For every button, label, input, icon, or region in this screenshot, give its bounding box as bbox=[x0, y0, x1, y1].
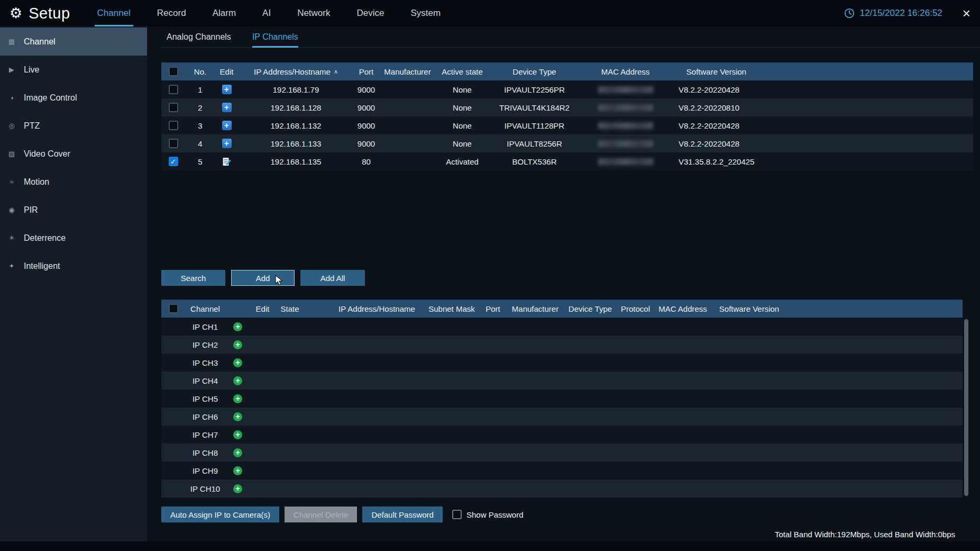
col-edit: Edit bbox=[250, 300, 275, 318]
mac-address-redacted bbox=[598, 140, 653, 147]
add-device-icon[interactable]: + bbox=[222, 139, 232, 148]
row-active-state: None bbox=[436, 134, 488, 152]
sidebar-item-label: Channel bbox=[24, 37, 56, 47]
footer-actions: Auto Assign IP to Camera(s) Channel Dele… bbox=[161, 507, 980, 522]
add-all-button[interactable]: Add All bbox=[300, 270, 365, 286]
sidebar-item-live[interactable]: ▶ Live bbox=[0, 56, 147, 84]
row-checkbox[interactable] bbox=[169, 85, 178, 94]
row-device-type: IPVAULT1128PR bbox=[488, 116, 581, 134]
row-checkbox-checked[interactable]: ✓ bbox=[169, 157, 178, 166]
add-camera-icon[interactable]: + bbox=[233, 322, 242, 331]
clock-area: 12/15/2022 16:26:52 × bbox=[844, 6, 970, 20]
row-ip: 192.168.1.132 bbox=[238, 116, 354, 134]
tab-analog-channels[interactable]: Analog Channels bbox=[167, 26, 231, 47]
row-ip: 192.168.1.128 bbox=[238, 98, 354, 116]
nav-item-network[interactable]: Network bbox=[295, 0, 333, 26]
top-bar: ⚙ Setup Channel Record Alarm AI Network … bbox=[0, 0, 980, 26]
row-manufacturer bbox=[379, 80, 436, 98]
nav-item-record[interactable]: Record bbox=[154, 0, 189, 26]
sidebar-item-channel[interactable]: ▦ Channel bbox=[0, 28, 147, 56]
motion-icon: ≈ bbox=[6, 178, 17, 186]
row-software-version: V8.2.2-20220428 bbox=[670, 116, 763, 134]
col-mac: MAC Address bbox=[653, 300, 712, 318]
channel-label: IP CH2 bbox=[185, 336, 225, 354]
tab-ip-channels[interactable]: IP Channels bbox=[252, 26, 298, 47]
sidebar-item-motion[interactable]: ≈ Motion bbox=[0, 168, 147, 196]
row-checkbox[interactable] bbox=[169, 121, 178, 130]
nav-item-ai[interactable]: AI bbox=[260, 0, 273, 26]
sidebar-item-intelligent[interactable]: ✦ Intelligent bbox=[0, 252, 147, 280]
row-manufacturer bbox=[379, 116, 436, 134]
channel-delete-button[interactable]: Channel Delete bbox=[285, 507, 357, 522]
row-checkbox[interactable] bbox=[169, 139, 178, 148]
scrollbar-track[interactable] bbox=[964, 318, 968, 498]
add-camera-icon[interactable]: + bbox=[233, 484, 242, 493]
datetime-text: 12/15/2022 16:26:52 bbox=[860, 8, 942, 19]
row-checkbox[interactable] bbox=[169, 103, 178, 112]
channel-row-1: IP CH1 + bbox=[161, 318, 963, 336]
nav-item-alarm[interactable]: Alarm bbox=[210, 0, 239, 26]
add-camera-icon[interactable]: + bbox=[233, 430, 242, 439]
default-password-button[interactable]: Default Password bbox=[362, 507, 443, 522]
add-camera-icon[interactable]: + bbox=[233, 394, 242, 403]
row-software-version: V8.2.2-20220428 bbox=[670, 80, 763, 98]
deterrence-icon: ☀ bbox=[6, 234, 17, 242]
channel-label: IP CH9 bbox=[185, 462, 225, 480]
show-password-checkbox[interactable] bbox=[452, 510, 462, 519]
add-camera-icon[interactable]: + bbox=[233, 448, 242, 457]
nav-item-channel[interactable]: Channel bbox=[95, 0, 133, 26]
add-camera-icon[interactable]: + bbox=[233, 340, 242, 349]
auto-assign-ip-button[interactable]: Auto Assign IP to Camera(s) bbox=[161, 507, 279, 522]
row-port: 9000 bbox=[354, 80, 379, 98]
channel-row-3: IP CH3 + bbox=[161, 354, 963, 372]
row-software-version: V8.2.2-20220428 bbox=[670, 134, 763, 152]
add-camera-icon[interactable]: + bbox=[233, 358, 242, 367]
channel-row-7: IP CH7 + bbox=[161, 426, 963, 444]
add-camera-icon[interactable]: + bbox=[233, 466, 242, 475]
col-manufacturer: Manufacturer bbox=[508, 300, 563, 318]
row-port: 9000 bbox=[354, 116, 379, 134]
edit-device-icon[interactable] bbox=[222, 157, 232, 167]
sidebar-item-deterrence[interactable]: ☀ Deterrence bbox=[0, 224, 147, 252]
add-device-icon[interactable]: + bbox=[222, 121, 232, 130]
col-port: Port bbox=[354, 62, 379, 80]
channel-label: IP CH8 bbox=[185, 444, 225, 462]
channel-row-2: IP CH2 + bbox=[161, 336, 963, 354]
device-row-5: ✓ 5 192.168.1.135 80 Activ bbox=[161, 152, 973, 170]
mac-address-redacted bbox=[598, 122, 653, 129]
device-row-1: 1 + 192.168.1.79 9000 None IPVAULT2256PR… bbox=[161, 80, 973, 98]
row-device-type: BOLTX536R bbox=[488, 152, 581, 170]
sidebar-item-label: Live bbox=[24, 65, 39, 75]
nav-item-device[interactable]: Device bbox=[354, 0, 387, 26]
select-all-checkbox[interactable] bbox=[169, 304, 178, 313]
show-password-toggle[interactable]: Show Password bbox=[452, 510, 524, 519]
nav-item-system[interactable]: System bbox=[408, 0, 443, 26]
main-content: Analog Channels IP Channels No. Edit IP … bbox=[147, 26, 980, 551]
col-ip: IP Address/Hostname bbox=[328, 300, 425, 318]
table-header: Channel Edit State IP Address/Hostname S… bbox=[161, 300, 963, 318]
row-software-version: V31.35.8.2.2_220425 bbox=[670, 152, 763, 170]
discovered-devices-table: No. Edit IP Address/Hostname ∧ Port Manu… bbox=[161, 62, 973, 170]
sidebar-item-label: Deterrence bbox=[24, 233, 66, 243]
add-device-icon[interactable]: + bbox=[222, 103, 232, 112]
add-camera-icon[interactable]: + bbox=[233, 376, 242, 385]
search-button[interactable]: Search bbox=[161, 270, 225, 286]
brand: ⚙ Setup bbox=[10, 5, 70, 22]
add-device-icon[interactable]: + bbox=[222, 85, 232, 94]
live-icon: ▶ bbox=[6, 66, 17, 74]
top-nav: Channel Record Alarm AI Network Device S… bbox=[95, 0, 465, 26]
sidebar-item-pir[interactable]: ◉ PIR bbox=[0, 196, 147, 224]
sidebar-item-ptz[interactable]: ◎ PTZ bbox=[0, 112, 147, 140]
channel-label: IP CH6 bbox=[185, 408, 225, 426]
col-ip-sortable[interactable]: IP Address/Hostname ∧ bbox=[238, 62, 354, 80]
row-manufacturer bbox=[379, 152, 436, 170]
close-icon[interactable]: × bbox=[963, 6, 970, 20]
mac-address-redacted bbox=[598, 158, 653, 165]
col-edit: Edit bbox=[215, 62, 238, 80]
col-state: State bbox=[275, 300, 305, 318]
select-all-checkbox[interactable] bbox=[169, 67, 178, 76]
add-camera-icon[interactable]: + bbox=[233, 412, 242, 421]
sidebar-item-video-cover[interactable]: ▨ Video Cover bbox=[0, 140, 147, 168]
sidebar-item-image-control[interactable]: ◑ Image Control bbox=[0, 84, 147, 112]
scrollbar-thumb[interactable] bbox=[964, 319, 968, 496]
